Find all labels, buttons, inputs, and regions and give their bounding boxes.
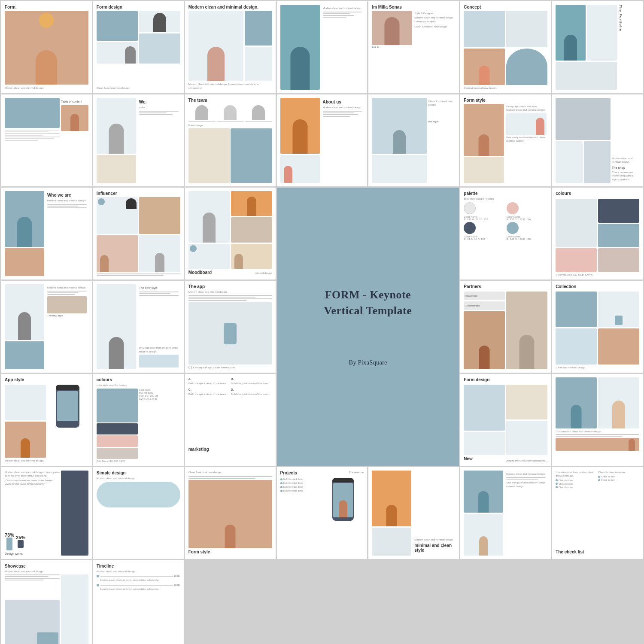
- slide-19-text: Color values: HEX, RGB, CMYK: [556, 273, 639, 276]
- slide-moodboard[interactable]: Moodboard minimal design: [185, 188, 276, 279]
- slide-28-title: Form design: [464, 377, 547, 382]
- slide-24-title: Collection: [556, 284, 639, 289]
- slide-29-text: Duos modern clean and creative design.: [556, 430, 639, 433]
- slide-modern-clean[interactable]: Modern clean and minimal design. Modern …: [185, 1, 276, 93]
- slide-the-style[interactable]: Clean & minimal new design. the style: [368, 94, 459, 186]
- slide-23-title: Partners: [464, 284, 547, 289]
- slide-form-design2[interactable]: Form design New Despite the small viewin…: [460, 374, 551, 466]
- slide-36-col1: Una stao jcom from modern clean creative…: [556, 471, 597, 478]
- slide-27-title: marketing: [188, 447, 272, 452]
- slide-colours2[interactable]: colours color style used for design. Col…: [93, 374, 184, 466]
- slide-27-B: B.: [231, 377, 272, 380]
- slide-modern-photo[interactable]: Modern clean and minimal design. Una sta…: [460, 467, 551, 559]
- slide-15-title: Who we are: [47, 193, 87, 197]
- slide-form-style2[interactable]: Clean & minimal new design. Form style: [185, 467, 276, 559]
- slide-32-text: Clean & minimal new design.: [188, 471, 272, 474]
- slide-11-title: About us: [323, 100, 362, 104]
- slide-20-title: The new style: [47, 314, 87, 317]
- slide-the-new-style[interactable]: The new style Una stao jcom from modern …: [93, 281, 184, 373]
- slide-portfolio[interactable]: The Portfolio: [552, 1, 643, 93]
- slide-the-shop[interactable]: Modern clean and minimal design. The sho…: [552, 94, 643, 186]
- slide-minimal-clean[interactable]: Modern clean and minimal design. minimal…: [368, 467, 459, 559]
- slide-4-text: Modern clean and minimal design.: [323, 6, 362, 10]
- slide-5-subtitle: Style & Designer: [414, 12, 455, 15]
- slide-18-subtitle: color style used for design.: [464, 197, 547, 200]
- slide-9-subtitle: make: [139, 106, 179, 109]
- feature-center-card[interactable]: FORM - Keynote Vertical Template By Pixa…: [277, 188, 459, 466]
- slide-1-text: Modern clean and minimal design.: [5, 86, 88, 90]
- slide-form-style[interactable]: Form style Design by choice and form. Mo…: [460, 94, 551, 186]
- slide-we[interactable]: We. make: [93, 94, 184, 186]
- slide-5-dots: [372, 46, 412, 48]
- slide-8-title: Table of content: [61, 100, 88, 103]
- slide-partners[interactable]: Partners Pixasquare CreativePoint: [460, 281, 551, 373]
- slide-36-title: The check list: [556, 550, 639, 554]
- slide-6-text: Clean & minimal new design.: [464, 86, 547, 90]
- slide-9-title: We.: [139, 100, 179, 104]
- slide-26-info: Color NameHEX #8FB0BCRGB: 143, 176, 188C…: [139, 389, 180, 401]
- slide-30-text: Modern clean and minimal design. Lorem i…: [5, 471, 60, 478]
- slide-2-text: Clean & minimal new design.: [97, 86, 180, 90]
- stat-1: 73%: [5, 532, 14, 538]
- color-name-3: Color NameR: 232 G: 192 B: 184: [507, 216, 547, 221]
- slide-showcase[interactable]: Showcase Modern clean and minimal design…: [1, 560, 92, 644]
- slide-collection[interactable]: Collection Clean and minimal design.: [552, 281, 643, 373]
- slide-who-we-are[interactable]: Who we are Modern clean and minimal desi…: [1, 188, 92, 279]
- slide-simple-design[interactable]: Simple design Modern clean and minimal d…: [93, 467, 184, 559]
- slide-14-title: The shop: [612, 166, 639, 170]
- slide-33-subtitle: The new one: [349, 471, 364, 477]
- slide-duos[interactable]: Duos modern clean and creative design.: [552, 374, 643, 466]
- main-grid: Form. Modern clean and minimal design. F…: [0, 0, 644, 644]
- slide-5-title: Im Milla Sonas: [372, 5, 456, 9]
- slide-35-text: Modern clean and minimal design.: [506, 472, 546, 476]
- slide-32-title: Form style: [188, 550, 272, 554]
- slide-22-title: The app: [188, 284, 272, 289]
- slide-16-title: Influencer: [97, 191, 180, 196]
- slide-2-title: Form design: [97, 5, 180, 9]
- slide-palette[interactable]: palette color style used for design. Col…: [460, 188, 551, 279]
- slide-form-cover[interactable]: Form. Modern clean and minimal design.: [1, 1, 92, 93]
- slide-3-title: Modern clean and minimal design.: [188, 5, 272, 9]
- slide-28-desc: Despite the small viewing template...: [506, 459, 547, 462]
- slide-checklist[interactable]: Una stao jcom from modern clean creative…: [552, 467, 643, 559]
- slide-about-us[interactable]: About us Modern clean and minimal design…: [277, 94, 368, 186]
- slide-21-title: The new style: [139, 286, 179, 290]
- slide-team[interactable]: The team Form design: [185, 94, 276, 186]
- slide-10-title: The team: [188, 98, 272, 103]
- slide-14-subtitle: Modern clean and minimal design.: [612, 157, 639, 164]
- slide-photo-left[interactable]: Modern clean and minimal design.: [277, 1, 368, 93]
- slide-projects[interactable]: Projects The new one Build the quick dem…: [277, 467, 368, 559]
- slide-24-text: Clean and minimal design.: [556, 366, 639, 369]
- slide-18-title: palette: [464, 191, 547, 196]
- slide-design-works[interactable]: Modern clean and minimal design. Lorem i…: [1, 467, 92, 559]
- color-name-2: Color NameR: 74 G: 85 B: 104: [464, 235, 504, 240]
- slide-22-text: Modern clean and minimal design.: [188, 290, 272, 294]
- slide-13-text: Design by choice and form. Modern clean …: [506, 105, 547, 112]
- slide-the-app[interactable]: The app Modern clean and minimal design.…: [185, 281, 276, 373]
- slide-26-subtitle: color style used for design.: [97, 383, 180, 387]
- slide-influencer[interactable]: Influencer: [93, 188, 184, 279]
- timeline-2: 2019.: [174, 584, 180, 586]
- slide-15-text: Modern clean and minimal design.: [47, 199, 87, 202]
- feature-main-title: FORM - Keynote Vertical Template: [294, 270, 442, 336]
- slide-form-design[interactable]: Form design Clean & minimal new design.: [93, 1, 184, 93]
- slide-colours[interactable]: colours Color values: HEX, RGB, CMYK: [552, 188, 643, 279]
- slide-im-milla[interactable]: Im Milla Sonas Style & Designer Modern c…: [368, 1, 459, 93]
- slide-27-D: D.: [231, 388, 272, 391]
- slide-timeline[interactable]: Timeline Modern clean and minimal design…: [93, 560, 184, 644]
- slide-toc[interactable]: Table of content: [1, 94, 92, 186]
- slide-28-new: New: [464, 456, 473, 461]
- slide-12-title: Clean & minimal new design.: [428, 100, 456, 107]
- slide-new-style-preview[interactable]: Modern clean and minimal design. The new…: [1, 281, 92, 373]
- slide-6-title: Concept: [464, 5, 547, 9]
- timeline-1: 2016.: [174, 575, 180, 577]
- slide-marketing[interactable]: A. Build the quick demo of the team... C…: [185, 374, 276, 466]
- slide-17-title: Moodboard: [188, 270, 212, 275]
- slide-concept[interactable]: Concept Clean & minimal new design.: [460, 1, 551, 93]
- slide-19-title: colours: [556, 191, 639, 196]
- slide-11-text: Modern clean and minimal design.: [323, 106, 362, 109]
- slide-app-style[interactable]: App style Modern clean and minimal desig…: [1, 374, 92, 466]
- slide-34-text: Modern clean and minimal design.: [414, 538, 454, 541]
- slide-26-title: colours: [97, 377, 180, 382]
- slide-31-text: Modern clean and minimal design.: [97, 477, 180, 480]
